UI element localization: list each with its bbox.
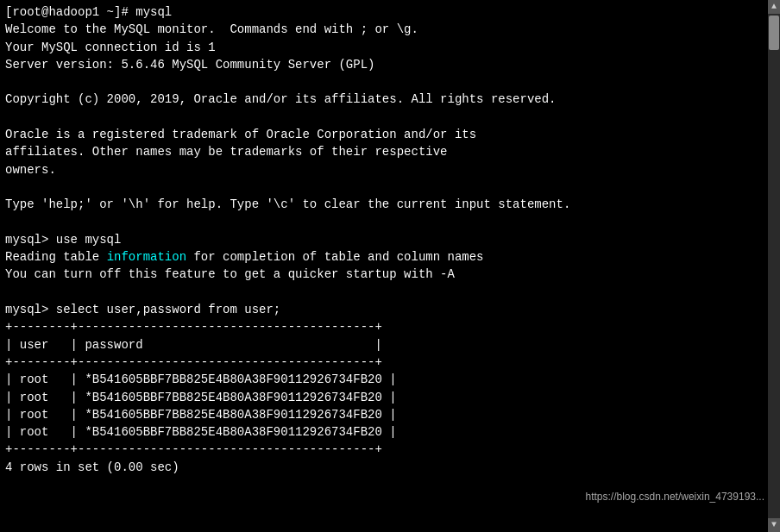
- watermark: https://blog.csdn.net/weixin_4739193...: [586, 490, 764, 504]
- line-reading: Reading table information for completion…: [5, 248, 775, 266]
- line-select: +--------+------------------------------…: [5, 318, 775, 335]
- line-blank5: [5, 284, 775, 301]
- line-blank3: [5, 178, 775, 196]
- reading-suffix: for completion of table and column names: [186, 250, 483, 264]
- table-row-2: | root | *B541605BBF7BB825E4B80A38F90112…: [5, 406, 775, 423]
- line-youcan: You can turn off this feature to get a q…: [5, 266, 775, 283]
- line-prompt: [root@hadoop1 ~]# mysql: [5, 3, 775, 21]
- reading-prefix: Reading table: [5, 250, 107, 264]
- line-help: Type 'help;' or '\h' for help. Type '\c'…: [5, 196, 775, 213]
- scrollbar-track: [768, 14, 780, 518]
- line-blank4: [5, 214, 775, 231]
- table-row-1: | root | *B541605BBF7BB825E4B80A38F90112…: [5, 389, 775, 406]
- table-border-bottom: 4 rows in set (0.00 sec): [5, 459, 775, 476]
- table-header: +--------+------------------------------…: [5, 354, 775, 371]
- scrollbar-down-button[interactable]: ▼: [768, 518, 780, 532]
- reading-cyan: information: [107, 250, 186, 264]
- terminal-content: [root@hadoop1 ~]# mysql Welcome to the M…: [5, 3, 775, 529]
- table-row-3: | root | *B541605BBF7BB825E4B80A38F90112…: [5, 423, 775, 441]
- table-border-header: | root | *B541605BBF7BB825E4B80A38F90112…: [5, 371, 775, 388]
- scrollbar-thumb[interactable]: [769, 16, 779, 50]
- line-dbchanged: mysql> select user,password from user;: [5, 301, 775, 318]
- table-row-4: +--------+------------------------------…: [5, 441, 775, 458]
- line-connid: Your MySQL connection id is 1: [5, 39, 775, 56]
- line-welcome: Welcome to the MySQL monitor. Commands e…: [5, 21, 775, 38]
- line-blank2: [5, 109, 775, 126]
- terminal-window: [root@hadoop1 ~]# mysql Welcome to the M…: [0, 0, 780, 532]
- line-oracle3: owners.: [5, 161, 775, 178]
- scrollbar[interactable]: ▲ ▼: [768, 0, 780, 532]
- line-blank1: [5, 73, 775, 91]
- line-oracle2: affiliates. Other names may be trademark…: [5, 143, 775, 160]
- line-oracle1: Oracle is a registered trademark of Orac…: [5, 126, 775, 143]
- scrollbar-up-button[interactable]: ▲: [768, 0, 780, 14]
- line-usemysql: mysql> use mysql: [5, 231, 775, 248]
- line-version: Server version: 5.6.46 MySQL Community S…: [5, 56, 775, 73]
- line-copyright: Copyright (c) 2000, 2019, Oracle and/or …: [5, 91, 775, 108]
- table-border-top: | user | password |: [5, 336, 775, 354]
